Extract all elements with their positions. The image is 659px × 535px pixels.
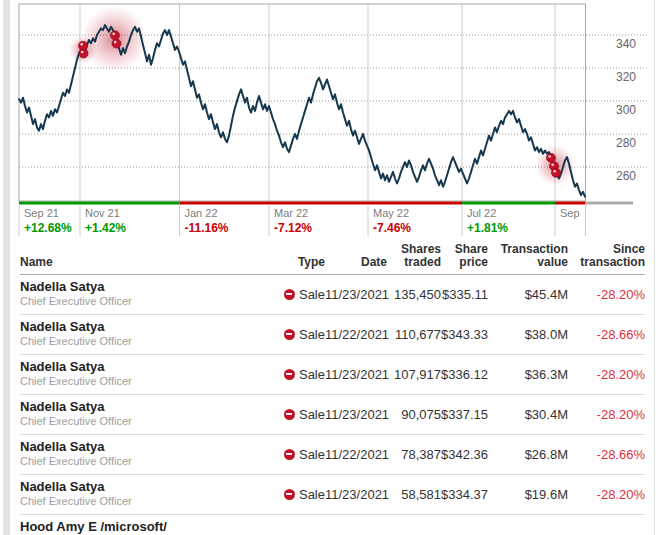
since-transaction: -28.20% xyxy=(568,407,645,422)
y-axis-tick-label: 340 xyxy=(616,37,636,51)
insider-name: Nadella Satya xyxy=(20,400,260,414)
transaction-date: 11/23/2021 xyxy=(325,407,387,422)
transaction-date: 11/23/2021 xyxy=(325,287,387,302)
x-axis-period-label: Nov 21 xyxy=(85,207,120,219)
transaction-date: 11/22/2021 xyxy=(325,327,387,342)
sale-marker[interactable] xyxy=(111,31,120,40)
y-axis-tick-label: 260 xyxy=(616,169,636,183)
since-transaction: -28.20% xyxy=(568,287,645,302)
insider-title: Chief Executive Officer xyxy=(20,455,260,468)
share-price: $337.15 xyxy=(441,407,488,422)
sale-icon xyxy=(284,449,295,460)
insider-title: Chief Executive Officer xyxy=(20,335,260,348)
table-row[interactable]: Nadella Satya Chief Executive Officer Sa… xyxy=(20,395,645,435)
col-header-since: Since transaction xyxy=(568,243,645,269)
sale-marker-shine xyxy=(112,33,115,36)
sale-marker[interactable] xyxy=(79,49,88,58)
transaction-type: Sale xyxy=(299,487,325,502)
col-header-value: Transaction value xyxy=(488,243,568,269)
table-row[interactable]: Nadella Satya Chief Executive Officer Sa… xyxy=(20,275,645,315)
insider-title: Chief Executive Officer xyxy=(20,415,260,428)
share-price: $342.36 xyxy=(441,447,488,462)
table-header-row: Name Type Date Shares traded Share price… xyxy=(20,243,645,275)
col-header-price: Share price xyxy=(441,243,488,269)
x-axis-period-label: Mar 22 xyxy=(274,207,308,219)
transaction-value: $19.6M xyxy=(488,487,568,502)
sale-marker-shine xyxy=(81,51,84,54)
transaction-type: Sale xyxy=(299,287,325,302)
sale-icon xyxy=(284,409,295,420)
axis-trend-segment xyxy=(462,202,555,205)
sale-icon xyxy=(284,329,295,340)
insider-title: Chief Executive Officer xyxy=(20,295,260,308)
insider-name: Nadella Satya xyxy=(20,280,260,294)
sale-marker[interactable] xyxy=(112,39,121,48)
insider-name: Nadella Satya xyxy=(20,480,260,494)
axis-trend-segment xyxy=(180,202,463,205)
transaction-type: Sale xyxy=(299,327,325,342)
x-axis-period-change: -7.12% xyxy=(274,221,312,235)
y-axis-tick-label: 320 xyxy=(616,70,636,84)
sale-marker-shine xyxy=(551,163,554,166)
x-axis-period-change: +1.42% xyxy=(85,221,126,235)
shares-traded: 90,075 xyxy=(387,407,441,422)
transaction-value: $26.8M xyxy=(488,447,568,462)
table-row[interactable]: Nadella Satya Chief Executive Officer Sa… xyxy=(20,355,645,395)
since-transaction: -28.20% xyxy=(568,367,645,382)
transaction-value: $30.4M xyxy=(488,407,568,422)
table-row[interactable]: Nadella Satya Chief Executive Officer Sa… xyxy=(20,315,645,355)
transaction-value: $45.4M xyxy=(488,287,568,302)
table-row[interactable]: Hood Amy E /microsoft/ Chief Financial O… xyxy=(20,515,645,535)
col-header-date: Date xyxy=(325,256,387,269)
table-row[interactable]: Nadella Satya Chief Executive Officer Sa… xyxy=(20,475,645,515)
price-chart-svg: 340320300280260Sep 21+12.68%Nov 21+1.42%… xyxy=(0,0,659,240)
shares-traded: 135,450 xyxy=(387,287,441,302)
x-axis-period-label: Jul 22 xyxy=(467,207,496,219)
insider-name: Hood Amy E /microsoft/ xyxy=(20,520,260,534)
transaction-type: Sale xyxy=(299,407,325,422)
share-price: $343.33 xyxy=(441,327,488,342)
sale-icon xyxy=(284,489,295,500)
y-axis-tick-label: 280 xyxy=(616,136,636,150)
transaction-date: 11/23/2021 xyxy=(325,487,387,502)
table-row[interactable]: Nadella Satya Chief Executive Officer Sa… xyxy=(20,435,645,475)
sale-icon xyxy=(284,369,295,380)
transaction-date: 11/23/2021 xyxy=(325,367,387,382)
x-axis-period-label: Sep 21 xyxy=(24,207,59,219)
x-axis-period-label: Sep xyxy=(560,207,580,219)
transaction-value: $38.0M xyxy=(488,327,568,342)
col-header-type: Type xyxy=(260,256,325,269)
x-axis-period-change: +12.68% xyxy=(24,221,72,235)
y-axis-tick-label: 300 xyxy=(616,103,636,117)
insider-name: Nadella Satya xyxy=(20,440,260,454)
shares-traded: 107,917 xyxy=(387,367,441,382)
insider-trading-widget: 340320300280260Sep 21+12.68%Nov 21+1.42%… xyxy=(0,0,659,535)
sale-marker-shine xyxy=(114,41,117,44)
transaction-type: Sale xyxy=(299,447,325,462)
shares-traded: 110,677 xyxy=(387,327,441,342)
x-axis-period-change: -11.16% xyxy=(185,221,229,235)
x-axis-period-change: +1.81% xyxy=(467,221,508,235)
col-header-name: Name xyxy=(20,256,260,269)
axis-trend-segment xyxy=(19,202,180,205)
since-transaction: -28.20% xyxy=(568,487,645,502)
axis-trend-segment xyxy=(586,202,634,205)
insider-name: Nadella Satya xyxy=(20,360,260,374)
sale-marker[interactable] xyxy=(552,168,561,177)
transaction-type: Sale xyxy=(299,367,325,382)
x-axis-period-label: May 22 xyxy=(373,207,409,219)
share-price: $336.12 xyxy=(441,367,488,382)
insider-title: Chief Executive Officer xyxy=(20,375,260,388)
x-axis-period-label: Jan 22 xyxy=(185,207,218,219)
insider-title: Chief Executive Officer xyxy=(20,495,260,508)
price-chart[interactable]: 340320300280260Sep 21+12.68%Nov 21+1.42%… xyxy=(0,0,659,240)
sale-marker-shine xyxy=(548,155,551,158)
axis-trend-segment xyxy=(555,202,586,205)
share-price: $335.11 xyxy=(441,287,488,302)
sale-marker[interactable] xyxy=(547,153,556,162)
sale-icon xyxy=(284,289,295,300)
shares-traded: 58,581 xyxy=(387,487,441,502)
shares-traded: 78,387 xyxy=(387,447,441,462)
insider-name: Nadella Satya xyxy=(20,320,260,334)
x-axis-period-change: -7.46% xyxy=(373,221,411,235)
